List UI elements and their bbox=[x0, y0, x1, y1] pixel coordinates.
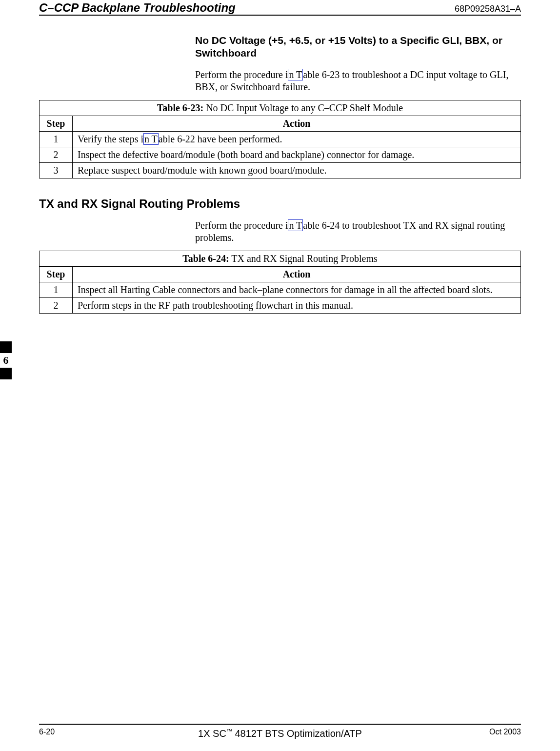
section2-paragraph: Perform the procedure in Table 6-24 to t… bbox=[195, 219, 521, 244]
table-6-24: Table 6-24: TX and RX Signal Routing Pro… bbox=[39, 251, 521, 314]
table1-header-step: Step bbox=[40, 116, 73, 131]
header-docnum: 68P09258A31–A bbox=[455, 4, 521, 14]
header-title: C–CCP Backplane Troubleshooting bbox=[39, 1, 236, 15]
page-footer: 6-20 Oct 2003 1X SC™ 4812T BTS Optimizat… bbox=[39, 724, 521, 736]
section1-heading: No DC Voltage (+5, +6.5, or +15 Volts) t… bbox=[195, 34, 521, 60]
chapter-number: 6 bbox=[0, 353, 12, 368]
table-row: 1 Inspect all Harting Cable connectors a… bbox=[40, 282, 521, 297]
table-22-link[interactable]: n T bbox=[143, 133, 159, 145]
table2-header-action: Action bbox=[73, 266, 521, 282]
chapter-tab: 6 bbox=[0, 341, 12, 379]
footer-title: 1X SC™ 4812T BTS Optimization/ATP bbox=[39, 728, 521, 739]
table2-caption: Table 6-24: TX and RX Signal Routing Pro… bbox=[40, 251, 521, 266]
table-24-link[interactable]: n T bbox=[288, 219, 303, 231]
section2-heading: TX and RX Signal Routing Problems bbox=[39, 197, 521, 211]
table-row: 1 Verify the steps in Table 6-22 have be… bbox=[40, 131, 521, 147]
table2-header-step: Step bbox=[40, 266, 73, 282]
table-23-link[interactable]: n T bbox=[288, 69, 303, 80]
table1-header-action: Action bbox=[73, 116, 521, 131]
section1-paragraph: Perform the procedure in Table 6-23 to t… bbox=[195, 69, 521, 93]
page-header: C–CCP Backplane Troubleshooting 68P09258… bbox=[39, 0, 521, 16]
table-row: 2 Inspect the defective board/module (bo… bbox=[40, 147, 521, 162]
table-row: 2 Perform steps in the RF path troublesh… bbox=[40, 297, 521, 313]
trademark-symbol: ™ bbox=[226, 728, 232, 734]
table-row: 3 Replace suspect board/module with know… bbox=[40, 162, 521, 178]
table-6-23: Table 6-23: No DC Input Voltage to any C… bbox=[39, 100, 521, 178]
table1-caption: Table 6-23: No DC Input Voltage to any C… bbox=[40, 100, 521, 116]
